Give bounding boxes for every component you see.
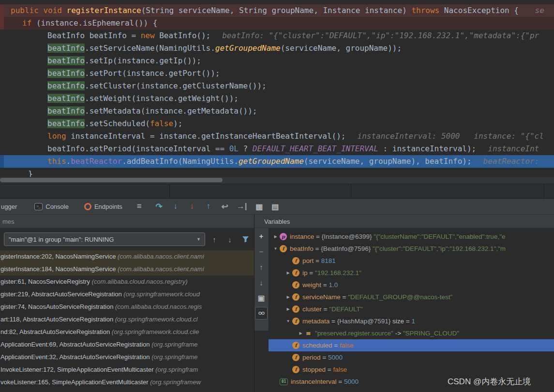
code-line[interactable]: this.beatReactor.addBeatInfo(NamingUtils… xyxy=(0,155,554,168)
expand-right-icon[interactable]: ▶ xyxy=(284,307,292,311)
variable-row-instance[interactable]: ▶pinstance = {Instance@6399} "{"clusterN… xyxy=(269,231,554,243)
code-line[interactable]: beatInfo.setPeriod(instanceInterval == 0… xyxy=(0,143,554,155)
run-to-cursor-button[interactable]: →| xyxy=(237,202,246,212)
variable-type-icon-entry: ≡ xyxy=(305,330,312,337)
code-token: .setScheduled( xyxy=(85,119,150,128)
code-line[interactable]: beatInfo.setScheduled(false); xyxy=(0,117,554,130)
variable-row-cluster[interactable]: ▶fcluster = "DEFAULT" xyxy=(269,303,554,315)
step-out-button[interactable]: ↑ xyxy=(204,202,213,212)
remove-watch-icon: − xyxy=(259,248,264,255)
menu-icon[interactable]: ≡ xyxy=(137,202,142,211)
stack-frame-row[interactable]: art:118, AbstractAutoServiceRegistration… xyxy=(0,313,254,326)
variable-row-metadata[interactable]: ▼fmetadata = {HashMap@7591} size = 1 xyxy=(269,315,554,327)
funnel-icon xyxy=(242,236,249,243)
previous-frame-button[interactable]: ↑ xyxy=(208,232,221,246)
step-into-button[interactable]: ↓ xyxy=(171,202,180,212)
variable-name: instance xyxy=(290,233,314,240)
stack-frame-row[interactable]: gister:74, NacosAutoServiceRegistration … xyxy=(0,301,254,313)
code-token: .setIp(instance.getIp()); xyxy=(85,56,201,65)
code-line[interactable]: beatInfo.setMetadata(instance.getMetadat… xyxy=(0,105,554,117)
duplicate-watch-button[interactable]: ▣ xyxy=(255,290,268,305)
scrollbar-thumb[interactable] xyxy=(0,178,223,182)
hide-library-frames-filter-button[interactable] xyxy=(239,232,252,246)
move-watch-up-button[interactable]: ↑ xyxy=(255,259,268,275)
stack-frame-row[interactable]: vokeListener:165, SimpleApplicationEvent… xyxy=(0,376,254,389)
code-line[interactable]: beatInfo.setPort(instance.getPort()); xyxy=(0,67,554,80)
code-line[interactable]: beatInfo.setIp(instance.getIp()); xyxy=(0,55,554,67)
code-line[interactable]: BeatInfo beatInfo = new BeatInfo();beatI… xyxy=(0,29,554,42)
code-token: getGroupedName xyxy=(215,44,281,53)
variable-name: stopped xyxy=(302,366,326,373)
panel-splitter[interactable] xyxy=(254,214,255,392)
expand-right-icon[interactable]: ▶ xyxy=(271,234,280,239)
step-over-button[interactable]: ↷ xyxy=(154,202,164,212)
frame-package: (com.alibaba.cloud.nacos.regis xyxy=(115,303,202,310)
expand-right-icon[interactable]: ▶ xyxy=(284,295,292,299)
code-token: beatInfo xyxy=(47,56,85,65)
variable-name: instanceInterval xyxy=(291,378,337,385)
code-token: beatInfo xyxy=(47,44,85,53)
variable-row-map-entry[interactable]: ▶≡"preserved.register.source" -> "SPRING… xyxy=(269,327,554,339)
inline-debug-hint: instanceInterval: 5000 instance: "{"cl xyxy=(358,131,544,141)
tab-endpoints[interactable]: Endpoints xyxy=(84,203,122,210)
move-watch-down-button[interactable]: ↓ xyxy=(255,275,268,290)
code-line[interactable]: long instanceInterval = instance.getInst… xyxy=(0,130,554,143)
frame-location: gister:61, NacosServiceRegistry xyxy=(0,278,92,285)
code-line[interactable]: public void registerInstance(String serv… xyxy=(0,4,554,17)
stack-frame-row[interactable]: gisterInstance:202, NacosNamingService (… xyxy=(0,250,254,263)
value-segment: {Instance@6399} xyxy=(322,233,372,240)
editor-horizontal-scrollbar[interactable] xyxy=(0,177,554,184)
show-watches-button[interactable]: OO xyxy=(255,307,268,319)
value-segment: "192.168.232.1" xyxy=(315,269,361,276)
code-token: getGroupedName xyxy=(239,157,304,166)
variable-row-beatInfo[interactable]: ▼fbeatInfo = {BeatInfo@7596} "{"cluster"… xyxy=(269,243,554,255)
variable-row-period[interactable]: fperiod = 5000 xyxy=(269,351,554,363)
variables-panel: +−↑↓▣OO ▶pinstance = {Instance@6399} "{"… xyxy=(255,228,554,392)
frame-package: (org.springframework.cloud.clie xyxy=(112,328,199,335)
value-segment: "DEFAULT" xyxy=(329,305,362,313)
code-line[interactable]: beatInfo.setServiceName(NamingUtils.getG… xyxy=(0,42,554,55)
inline-debug-hint: instanceInt xyxy=(488,144,539,153)
stack-frame-row[interactable]: gisterInstance:184, NacosNamingService (… xyxy=(0,263,254,276)
value-segment: size = xyxy=(390,318,411,325)
variable-row-serviceName[interactable]: ▶fserviceName = "DEFAULT_GROUP@@nacos-te… xyxy=(269,291,554,303)
expand-right-icon[interactable]: ▶ xyxy=(297,331,305,335)
code-line[interactable]: if (instance.isEphemeral()) { xyxy=(0,17,554,29)
stack-frame-row[interactable]: ApplicationEvent:69, AbstractAutoService… xyxy=(0,338,254,351)
equals-sign: = xyxy=(321,281,329,289)
next-frame-button[interactable]: ↓ xyxy=(224,232,236,246)
force-step-into-button[interactable]: ↓ xyxy=(187,202,197,212)
add-watch-button[interactable]: + xyxy=(255,228,268,244)
variable-row-ip[interactable]: ▶fip = "192.168.232.1" xyxy=(269,267,554,279)
stack-frame-row[interactable]: nd:82, AbstractAutoServiceRegistration (… xyxy=(0,326,254,338)
thread-selector-dropdown[interactable]: "main"@1 in group "main": RUNNING ▼ xyxy=(4,232,205,246)
code-editor[interactable]: public void registerInstance(String serv… xyxy=(0,0,554,184)
frame-location: art:118, AbstractAutoServiceRegistration xyxy=(0,316,115,323)
variable-row-weight[interactable]: fweight = 1.0 xyxy=(269,279,554,291)
code-line[interactable]: beatInfo.setCluster(instance.getClusterN… xyxy=(0,80,554,92)
code-token: false xyxy=(150,119,173,128)
variable-row-scheduled[interactable]: fscheduled = false xyxy=(269,339,554,351)
frames-panel-title: mes xyxy=(2,218,15,225)
variable-row-port[interactable]: fport = 8181 xyxy=(269,255,554,267)
drop-frame-button[interactable]: ↩ xyxy=(220,202,230,212)
remove-watch-button[interactable]: − xyxy=(255,244,268,259)
stack-frame-row[interactable]: ApplicationEvent:32, AbstractAutoService… xyxy=(0,351,254,363)
view-layout-button[interactable]: ▤ xyxy=(270,202,280,211)
expand-down-icon[interactable]: ▼ xyxy=(271,247,280,251)
stack-frame-row[interactable]: gister:219, AbstractAutoServiceRegistrat… xyxy=(0,288,254,301)
code-line[interactable]: beatInfo.setWeight(instance.getWeight())… xyxy=(0,92,554,105)
code-token: new xyxy=(141,31,155,40)
value-segment: "DEFAULT_GROUP@@nacos-test" xyxy=(348,293,452,301)
expand-right-icon[interactable]: ▶ xyxy=(284,271,292,275)
editor-bottom-strip xyxy=(0,184,554,199)
code-token: 0L xyxy=(229,144,239,153)
expand-down-icon[interactable]: ▼ xyxy=(284,319,292,323)
code-token: long xyxy=(47,131,66,141)
stack-frame-row[interactable]: gister:61, NacosServiceRegistry (com.ali… xyxy=(0,276,254,288)
variable-row-stopped[interactable]: fstopped = false xyxy=(269,363,554,376)
evaluate-expression-button[interactable]: ▦ xyxy=(255,202,264,211)
tab-debugger-partial[interactable]: ugger xyxy=(1,203,17,210)
stack-frame-row[interactable]: InvokeListener:172, SimpleApplicationEve… xyxy=(0,363,254,376)
tab-console[interactable]: >_ Console xyxy=(34,203,69,210)
